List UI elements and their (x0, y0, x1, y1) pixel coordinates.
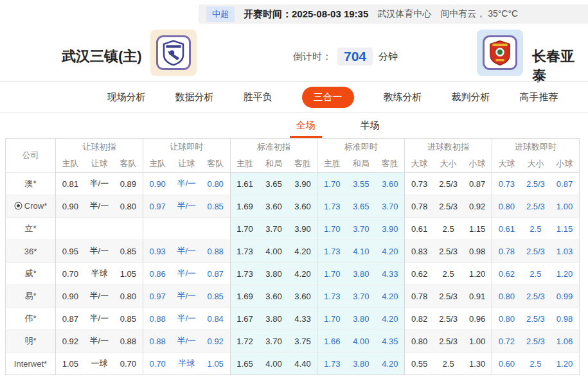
odds-cell[interactable]: 3.60 (259, 195, 288, 218)
away-team-name[interactable]: 长春亚泰 (532, 47, 588, 85)
odds-cell[interactable]: 半/一 (85, 285, 114, 308)
odds-cell[interactable]: 1.20 (550, 263, 579, 285)
odds-cell[interactable] (201, 218, 230, 240)
odds-cell[interactable]: 0.82 (405, 308, 434, 330)
nav-tab-2[interactable]: 数据分析 (175, 91, 214, 103)
company-cell[interactable]: 伟* (6, 308, 56, 330)
odds-cell[interactable]: 4.35 (375, 330, 404, 353)
odds-cell[interactable]: 0.98 (463, 240, 492, 263)
odds-cell[interactable]: 0.80 (114, 285, 143, 308)
odds-cell[interactable]: 0.95 (56, 240, 85, 263)
odds-cell[interactable]: 0.80 (201, 173, 230, 195)
odds-cell[interactable]: 2.5/3 (521, 173, 550, 195)
nav-tab-3[interactable]: 胜平负 (244, 91, 272, 103)
odds-cell[interactable]: 2.5/3 (434, 240, 463, 263)
odds-cell[interactable]: 1.15 (463, 218, 492, 240)
odds-cell[interactable]: 3.90 (289, 173, 317, 195)
odds-cell[interactable]: 1.67 (230, 308, 259, 330)
odds-cell[interactable]: 4.00 (259, 353, 288, 375)
odds-cell[interactable]: 2.5 (434, 263, 463, 285)
tab-half-match[interactable]: 半场 (354, 114, 386, 138)
odds-cell[interactable]: 3.55 (346, 173, 375, 195)
odds-cell[interactable]: 0.90 (56, 285, 85, 308)
odds-cell[interactable]: 1.61 (230, 173, 259, 195)
nav-tab-1[interactable]: 现场分析 (107, 91, 146, 103)
odds-cell[interactable]: 4.20 (375, 240, 404, 263)
odds-cell[interactable]: 0.87 (56, 308, 85, 330)
home-team-name[interactable]: 武汉三镇(主) (62, 47, 142, 66)
odds-cell[interactable]: 2.5 (434, 218, 463, 240)
odds-cell[interactable]: 0.80 (492, 195, 521, 218)
odds-cell[interactable]: 0.78 (405, 195, 434, 218)
odds-cell[interactable]: 0.87 (463, 173, 492, 195)
company-cell[interactable]: Interwet* (6, 353, 56, 375)
odds-cell[interactable]: 0.86 (143, 263, 172, 285)
odds-cell[interactable]: 一球 (85, 353, 114, 375)
odds-cell[interactable]: 1.73 (317, 353, 346, 375)
company-cell[interactable]: 易* (6, 285, 56, 308)
odds-cell[interactable]: 0.88 (143, 330, 172, 353)
odds-cell[interactable]: 1.05 (114, 263, 143, 285)
odds-cell[interactable]: 1.73 (230, 263, 259, 285)
odds-cell[interactable]: 1.70 (230, 218, 259, 240)
odds-cell[interactable]: 0.80 (492, 285, 521, 308)
odds-cell[interactable]: 1.05 (201, 353, 230, 375)
odds-cell[interactable]: 3.80 (346, 353, 375, 375)
odds-cell[interactable]: 3.90 (289, 218, 317, 240)
company-cell[interactable]: 威* (6, 263, 56, 285)
odds-cell[interactable]: 0.62 (405, 263, 434, 285)
odds-cell[interactable]: 半/一 (172, 285, 201, 308)
odds-cell[interactable]: 4.33 (289, 308, 317, 330)
nav-tab-4[interactable]: 三合一 (302, 87, 354, 108)
odds-cell[interactable]: 3.75 (289, 330, 317, 353)
odds-cell[interactable]: 3.70 (259, 330, 288, 353)
odds-cell[interactable]: 0.85 (201, 195, 230, 218)
odds-cell[interactable]: 2.5/3 (434, 195, 463, 218)
odds-cell[interactable]: 4.20 (375, 308, 404, 330)
odds-cell[interactable] (56, 218, 85, 240)
odds-cell[interactable]: 0.85 (114, 308, 143, 330)
odds-cell[interactable]: 4.20 (375, 285, 404, 308)
company-cell[interactable]: 立* (6, 218, 56, 240)
odds-cell[interactable]: 3.70 (346, 218, 375, 240)
odds-cell[interactable]: 0.83 (405, 240, 434, 263)
odds-cell[interactable]: 0.85 (201, 285, 230, 308)
odds-cell[interactable]: 2.5 (434, 353, 463, 375)
odds-cell[interactable]: 1.72 (230, 330, 259, 353)
odds-cell[interactable]: 1.20 (550, 353, 579, 375)
odds-cell[interactable]: 3.90 (375, 218, 404, 240)
odds-cell[interactable]: 0.73 (405, 173, 434, 195)
odds-cell[interactable]: 1.73 (317, 195, 346, 218)
odds-cell[interactable]: 0.99 (550, 285, 579, 308)
odds-cell[interactable]: 3.60 (289, 195, 317, 218)
odds-cell[interactable]: 1.03 (550, 240, 579, 263)
odds-cell[interactable]: 1.65 (230, 353, 259, 375)
odds-cell[interactable]: 2.5/3 (434, 330, 463, 353)
odds-cell[interactable]: 2.5/3 (521, 330, 550, 353)
odds-cell[interactable]: 0.80 (492, 308, 521, 330)
odds-cell[interactable]: 3.70 (346, 285, 375, 308)
odds-cell[interactable]: 2.5/3 (521, 240, 550, 263)
odds-cell[interactable]: 1.69 (230, 285, 259, 308)
tab-full-match[interactable]: 全场 (290, 114, 322, 138)
odds-cell[interactable]: 0.60 (492, 353, 521, 375)
odds-cell[interactable]: 半/一 (85, 330, 114, 353)
odds-cell[interactable]: 1.73 (317, 240, 346, 263)
odds-cell[interactable]: 4.40 (289, 353, 317, 375)
odds-cell[interactable]: 1.70 (317, 308, 346, 330)
odds-cell[interactable]: 1.15 (550, 218, 579, 240)
odds-cell[interactable]: 4.20 (375, 353, 404, 375)
odds-cell[interactable]: 2.5/3 (521, 195, 550, 218)
odds-cell[interactable]: 0.80 (405, 330, 434, 353)
nav-tab-7[interactable]: 高手推荐 (520, 91, 558, 103)
odds-cell[interactable]: 0.70 (114, 353, 143, 375)
odds-cell[interactable]: 0.93 (143, 240, 172, 263)
odds-cell[interactable]: 半/一 (85, 308, 114, 330)
odds-cell[interactable]: 3.65 (259, 173, 288, 195)
odds-cell[interactable]: 0.85 (114, 240, 143, 263)
odds-cell[interactable]: 0.88 (201, 240, 230, 263)
company-cell[interactable]: 明* (6, 330, 56, 353)
odds-cell[interactable]: 2.5 (521, 353, 550, 375)
odds-cell[interactable]: 3.65 (346, 195, 375, 218)
odds-cell[interactable]: 0.84 (201, 308, 230, 330)
